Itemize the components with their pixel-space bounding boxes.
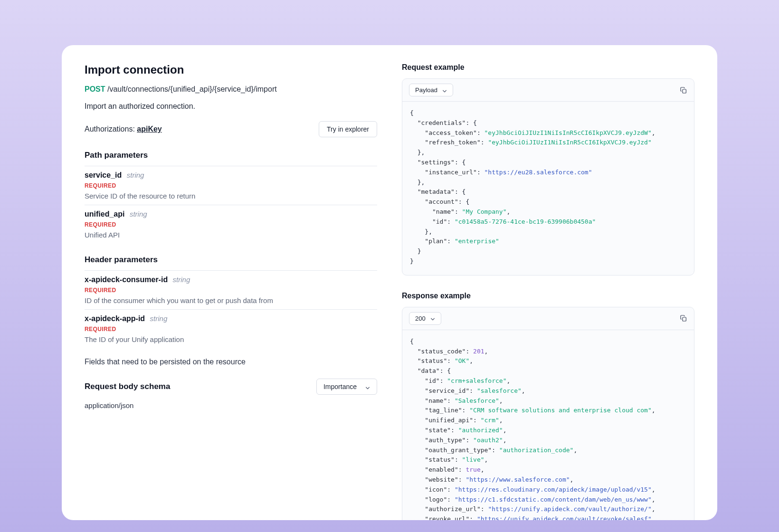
auth-value[interactable]: apiKey (137, 125, 162, 133)
divider (85, 166, 377, 166)
response-code-block[interactable]: { "status_code": 201, "status": "OK", "d… (402, 330, 694, 520)
param-service-id: service_id string REQUIRED Service ID of… (85, 171, 377, 200)
try-in-explorer-button[interactable]: Try in explorer (319, 121, 377, 137)
auth-label: Authorizations: (85, 125, 135, 133)
importance-label: Importance (323, 383, 357, 390)
param-desc: Service ID of the resource to return (85, 192, 377, 200)
content-type: application/json (85, 401, 377, 409)
param-name: x-apideck-app-id (85, 314, 145, 323)
param-unified-api: unified_api string REQUIRED Unified API (85, 210, 377, 239)
path-params-heading: Path parameters (85, 151, 377, 160)
param-required: REQUIRED (85, 182, 377, 189)
request-example-title: Request example (402, 63, 694, 72)
response-example-panel: 200 { "status_code": 201, "status": "OK"… (402, 307, 694, 520)
doc-right-column: Request example Payload { "credentials":… (402, 63, 694, 502)
header-params-heading: Header parameters (85, 255, 377, 265)
param-required: REQUIRED (85, 326, 377, 332)
param-desc: ID of the consumer which you want to get… (85, 296, 377, 304)
chevron-down-icon (442, 88, 447, 93)
endpoint-path: /vault/connections/{unified_api}/{servic… (107, 85, 277, 93)
param-type: string (127, 171, 144, 179)
auth-row: Authorizations: apiKey Try in explorer (85, 121, 377, 137)
param-desc: The ID of your Unify application (85, 335, 377, 343)
param-type: string (173, 276, 190, 284)
param-type: string (130, 210, 147, 218)
field-note: Fields that need to be persisted on the … (85, 358, 377, 366)
response-example-title: Response example (402, 292, 694, 300)
http-method: POST (85, 85, 105, 93)
status-tab-label: 200 (415, 315, 426, 322)
request-body-header-row: Request body schema Importance (85, 379, 377, 395)
chevron-down-icon (430, 316, 435, 321)
param-type: string (150, 314, 168, 323)
param-name: service_id (85, 171, 122, 179)
doc-left-column: Import connection POST /vault/connection… (85, 63, 377, 502)
divider (85, 270, 377, 271)
payload-tab[interactable]: Payload (409, 84, 453, 96)
endpoint: POST /vault/connections/{unified_api}/{s… (85, 85, 377, 94)
doc-card: Import connection POST /vault/connection… (62, 45, 717, 520)
code-toolbar: Payload (402, 79, 694, 102)
request-body-heading: Request body schema (85, 382, 170, 391)
request-code-block[interactable]: { "credentials": { "access_token": "eyJh… (402, 102, 694, 275)
param-required: REQUIRED (85, 287, 377, 294)
status-tab[interactable]: 200 (409, 312, 441, 325)
param-name: unified_api (85, 210, 124, 218)
chevron-down-icon (365, 384, 370, 389)
request-example-panel: Payload { "credentials": { "access_token… (402, 78, 694, 276)
divider (85, 309, 377, 310)
page-title: Import connection (85, 63, 377, 76)
payload-tab-label: Payload (415, 86, 437, 94)
param-required: REQUIRED (85, 221, 377, 228)
importance-select[interactable]: Importance (316, 379, 377, 395)
param-app-id: x-apideck-app-id string REQUIRED The ID … (85, 314, 377, 343)
param-desc: Unified API (85, 231, 377, 239)
svg-rect-0 (683, 89, 686, 93)
param-name: x-apideck-consumer-id (85, 276, 168, 284)
endpoint-description: Import an authorized connection. (85, 102, 377, 111)
copy-icon[interactable] (680, 86, 687, 94)
param-consumer-id: x-apideck-consumer-id string REQUIRED ID… (85, 276, 377, 304)
copy-icon[interactable] (680, 314, 687, 322)
svg-rect-1 (683, 317, 686, 321)
divider (85, 205, 377, 205)
code-toolbar: 200 (402, 307, 694, 330)
